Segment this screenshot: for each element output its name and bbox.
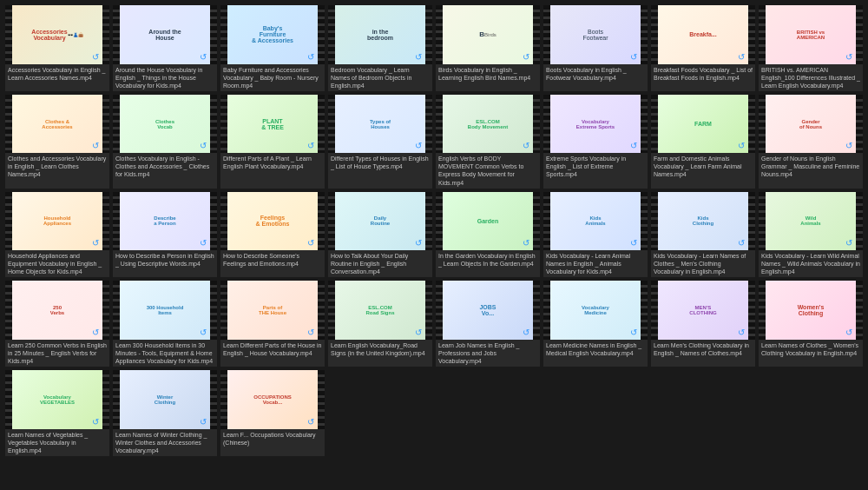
- video-title: How to Describe Someone's Feelings and E…: [220, 250, 325, 277]
- thumb-inner: VocabularyVEGETABLES: [12, 370, 102, 429]
- thumbnail-wrapper: KidsAnimals ↺: [543, 192, 648, 251]
- refresh-icon: ↺: [90, 238, 101, 248]
- thumbnail-wrapper: in thebedroom ↺: [328, 5, 432, 64]
- thumbnail-wrapper: DailyRoutine ↺: [328, 192, 432, 251]
- video-title: Extreme Sports Vocabulary in English _ L…: [543, 153, 648, 188]
- thumbnail: KidsAnimals ↺: [543, 192, 648, 251]
- video-grid: AccessoriesVocabulary🕶️👗👜 ↺ Accessories …: [0, 0, 868, 461]
- list-item[interactable]: Describea Person ↺ How to Describe a Per…: [113, 192, 217, 278]
- list-item[interactable]: ClothesVocab ↺ Clothes Vocabulary in Eng…: [113, 95, 217, 189]
- thumb-inner: Clothes &Accessories: [12, 95, 102, 154]
- video-title: Learn Names of Winter Clothing _ Winter …: [113, 429, 217, 456]
- list-item[interactable]: ESL.COMRoad Signs ↺ Learn English Vocabu…: [328, 281, 432, 367]
- list-item[interactable]: in thebedroom ↺ Bedroom Vocabulary _ Lea…: [328, 5, 432, 91]
- list-item[interactable]: OCCUPATIONSVocab... ↺ Learn F... Occupat…: [220, 370, 325, 456]
- video-title: Learn Medicine Names in English _ Medica…: [543, 340, 648, 367]
- thumb-inner: ESL.COMRoad Signs: [335, 281, 425, 340]
- thumb-inner: in thebedroom: [335, 5, 425, 64]
- list-item[interactable]: WinterClothing ↺ Learn Names of Winter C…: [113, 370, 217, 456]
- thumbnail: in thebedroom ↺: [328, 5, 432, 64]
- thumbnail-wrapper: ClothesVocab ↺: [113, 95, 217, 154]
- refresh-icon: ↺: [306, 328, 316, 338]
- refresh-icon: ↺: [844, 52, 854, 63]
- thumbnail-wrapper: JOBSVo... ↺: [436, 281, 540, 340]
- thumbnail: Clothes &Accessories ↺: [5, 95, 109, 154]
- list-item[interactable]: BRITISH vsAMERICAN ↺ BRITISH vs. AMERICA…: [759, 5, 863, 91]
- thumb-inner: BBirds: [443, 5, 533, 64]
- list-item[interactable]: MEN'SCLOTHING ↺ Learn Men's Clothing Voc…: [651, 281, 755, 367]
- refresh-icon: ↺: [306, 238, 316, 248]
- video-title: English Verbs of BODY MOVEMENT Common Ve…: [436, 153, 540, 188]
- list-item[interactable]: Women'sClothing ↺ Learn Names of Clothes…: [759, 281, 863, 367]
- thumb-inner: Parts ofTHE House: [227, 281, 318, 340]
- list-item[interactable]: Genderof Nouns ↺ Gender of Nouns in Engl…: [759, 95, 863, 189]
- thumbnail-wrapper: Baby'sFurniture& Accessories ↺: [220, 5, 325, 64]
- list-item[interactable]: PLANT& TREE ↺ Different Parts of A Plant…: [220, 95, 325, 189]
- list-item[interactable]: VocabularyExtreme Sports ↺ Extreme Sport…: [543, 95, 648, 189]
- list-item[interactable]: KidsAnimals ↺ Kids Vocabulary - Learn An…: [543, 192, 648, 278]
- thumbnail-wrapper: HouseholdAppliances ↺: [5, 192, 109, 251]
- thumbnail: KidsClothing ↺: [651, 192, 755, 251]
- thumbnail: DailyRoutine ↺: [328, 192, 432, 251]
- thumbnail: JOBSVo... ↺: [436, 281, 540, 340]
- list-item[interactable]: DailyRoutine ↺ How to Talk About Your Da…: [328, 192, 432, 278]
- thumbnail: WildAnimals ↺: [759, 192, 863, 251]
- thumbnail-wrapper: KidsClothing ↺: [651, 192, 755, 251]
- refresh-icon: ↺: [306, 417, 316, 427]
- list-item[interactable]: WildAnimals ↺ Kids Vocabulary - Learn Wi…: [759, 192, 863, 278]
- video-title: Boots Vocabulary in English _ Footwear V…: [543, 64, 648, 91]
- list-item[interactable]: 300 HouseholdItems ↺ Learn 300 Household…: [113, 281, 217, 367]
- list-item[interactable]: AccessoriesVocabulary🕶️👗👜 ↺ Accessories …: [5, 5, 109, 91]
- thumbnail: Around theHouse ↺: [113, 5, 217, 64]
- thumb-inner: Baby'sFurniture& Accessories: [227, 5, 318, 64]
- video-title: Different Parts of A Plant _ Learn Engli…: [220, 153, 325, 188]
- list-item[interactable]: Baby'sFurniture& Accessories ↺ Baby Furn…: [220, 5, 325, 91]
- list-item[interactable]: BootsFootwear ↺ Boots Vocabulary in Engl…: [543, 5, 648, 91]
- thumb-inner: Feelings& Emotions: [227, 192, 318, 251]
- refresh-icon: ↺: [198, 238, 208, 248]
- thumbnail-wrapper: ESL.COMBody Movement ↺: [436, 95, 540, 154]
- list-item[interactable]: Breakfa... ↺ Breakfast Foods Vocabulary …: [651, 5, 755, 91]
- thumbnail-wrapper: Women'sClothing ↺: [759, 281, 863, 340]
- list-item[interactable]: Parts ofTHE House ↺ Learn Different Part…: [220, 281, 325, 367]
- list-item[interactable]: Garden ↺ In the Garden Vocabulary in Eng…: [436, 192, 540, 278]
- refresh-icon: ↺: [198, 328, 208, 338]
- list-item[interactable]: JOBSVo... ↺ Learn Job Names in English _…: [436, 281, 540, 367]
- list-item[interactable]: Around theHouse ↺ Around the House Vocab…: [113, 5, 217, 91]
- thumbnail-wrapper: WinterClothing ↺: [113, 370, 217, 429]
- thumbnail: Genderof Nouns ↺: [759, 95, 863, 154]
- list-item[interactable]: VocabularyVEGETABLES ↺ Learn Names of Ve…: [5, 370, 109, 456]
- thumbnail-wrapper: WildAnimals ↺: [759, 192, 863, 251]
- thumb-inner: Garden: [443, 192, 533, 251]
- video-title: Gender of Nouns in English Grammar _ Mas…: [759, 153, 863, 188]
- thumb-inner: VocabularyExtreme Sports: [550, 95, 641, 154]
- thumbnail: AccessoriesVocabulary🕶️👗👜 ↺: [5, 5, 109, 64]
- list-item[interactable]: HouseholdAppliances ↺ Household Applianc…: [5, 192, 109, 278]
- list-item[interactable]: KidsClothing ↺ Kids Vocabulary - Learn N…: [651, 192, 755, 278]
- thumbnail: VocabularyVEGETABLES ↺: [5, 370, 109, 429]
- video-title: Birds Vocabulary in English _ Learning E…: [436, 64, 540, 91]
- thumb-inner: KidsClothing: [658, 192, 748, 251]
- video-title: Learn Names of Clothes _ Women's Clothin…: [759, 340, 863, 367]
- list-item[interactable]: BBirds ↺ Birds Vocabulary in English _ L…: [436, 5, 540, 91]
- refresh-icon: ↺: [736, 52, 746, 63]
- thumb-inner: ClothesVocab: [120, 95, 210, 154]
- video-title: In the Garden Vocabulary in English _ Le…: [436, 250, 540, 277]
- video-title: Kids Vocabulary - Learn Names of Clothes…: [651, 250, 755, 277]
- list-item[interactable]: Clothes &Accessories ↺ Clothes and Acces…: [5, 95, 109, 189]
- list-item[interactable]: VocabularyMedicine ↺ Learn Medicine Name…: [543, 281, 648, 367]
- list-item[interactable]: Feelings& Emotions ↺ How to Describe Som…: [220, 192, 325, 278]
- thumbnail: Garden ↺: [436, 192, 540, 251]
- thumbnail-wrapper: VocabularyVEGETABLES ↺: [5, 370, 109, 429]
- thumbnail: Women'sClothing ↺: [759, 281, 863, 340]
- list-item[interactable]: FARM ↺ Farm and Domestic Animals Vocabul…: [651, 95, 755, 189]
- thumbnail-wrapper: VocabularyExtreme Sports ↺: [543, 95, 648, 154]
- thumb-inner: HouseholdAppliances: [12, 192, 102, 251]
- thumb-inner: FARM: [658, 95, 748, 154]
- video-title: Learn Different Parts of the House in En…: [220, 340, 325, 367]
- video-title: Baby Furniture and Accessories Vocabular…: [220, 64, 325, 91]
- list-item[interactable]: ESL.COMBody Movement ↺ English Verbs of …: [436, 95, 540, 189]
- list-item[interactable]: 250Verbs ↺ Learn 250 Common Verbs in Eng…: [5, 281, 109, 367]
- list-item[interactable]: Types ofHouses ↺ Different Types of Hous…: [328, 95, 432, 189]
- thumbnail: VocabularyExtreme Sports ↺: [543, 95, 648, 154]
